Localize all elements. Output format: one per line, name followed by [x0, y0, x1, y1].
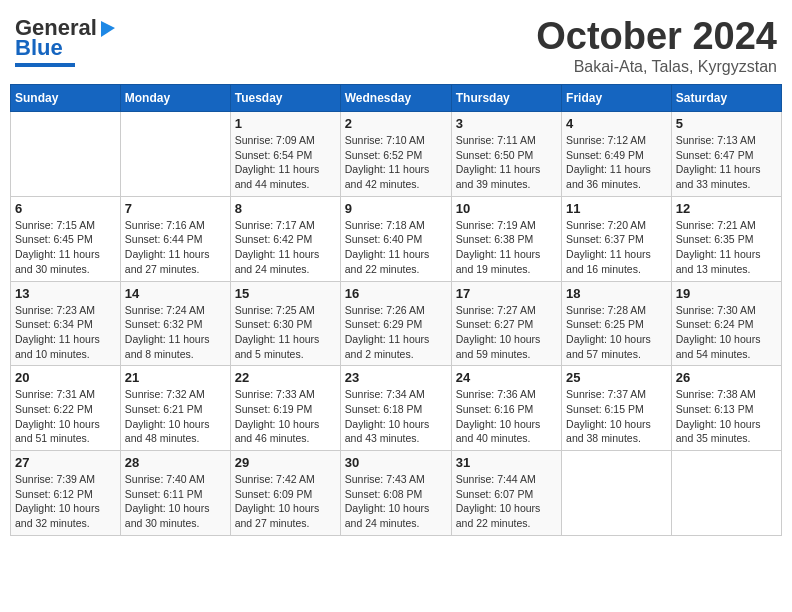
day-header-thursday: Thursday	[451, 85, 561, 112]
day-number: 13	[15, 286, 116, 301]
day-header-saturday: Saturday	[671, 85, 781, 112]
day-info: Sunrise: 7:33 AMSunset: 6:19 PMDaylight:…	[235, 387, 336, 446]
week-row-5: 27 Sunrise: 7:39 AMSunset: 6:12 PMDaylig…	[11, 451, 782, 536]
calendar-cell: 28 Sunrise: 7:40 AMSunset: 6:11 PMDaylig…	[120, 451, 230, 536]
calendar-cell: 31 Sunrise: 7:44 AMSunset: 6:07 PMDaylig…	[451, 451, 561, 536]
calendar-cell: 11 Sunrise: 7:20 AMSunset: 6:37 PMDaylig…	[562, 196, 672, 281]
day-info: Sunrise: 7:13 AMSunset: 6:47 PMDaylight:…	[676, 133, 777, 192]
calendar-cell: 25 Sunrise: 7:37 AMSunset: 6:15 PMDaylig…	[562, 366, 672, 451]
day-info: Sunrise: 7:38 AMSunset: 6:13 PMDaylight:…	[676, 387, 777, 446]
day-info: Sunrise: 7:16 AMSunset: 6:44 PMDaylight:…	[125, 218, 226, 277]
week-row-1: 1 Sunrise: 7:09 AMSunset: 6:54 PMDayligh…	[11, 112, 782, 197]
day-info: Sunrise: 7:37 AMSunset: 6:15 PMDaylight:…	[566, 387, 667, 446]
day-info: Sunrise: 7:32 AMSunset: 6:21 PMDaylight:…	[125, 387, 226, 446]
day-info: Sunrise: 7:28 AMSunset: 6:25 PMDaylight:…	[566, 303, 667, 362]
day-number: 18	[566, 286, 667, 301]
calendar-cell	[120, 112, 230, 197]
calendar-cell	[671, 451, 781, 536]
day-number: 29	[235, 455, 336, 470]
calendar-cell: 9 Sunrise: 7:18 AMSunset: 6:40 PMDayligh…	[340, 196, 451, 281]
day-number: 14	[125, 286, 226, 301]
day-header-wednesday: Wednesday	[340, 85, 451, 112]
day-number: 25	[566, 370, 667, 385]
calendar-cell: 15 Sunrise: 7:25 AMSunset: 6:30 PMDaylig…	[230, 281, 340, 366]
week-row-4: 20 Sunrise: 7:31 AMSunset: 6:22 PMDaylig…	[11, 366, 782, 451]
day-info: Sunrise: 7:40 AMSunset: 6:11 PMDaylight:…	[125, 472, 226, 531]
calendar-cell: 5 Sunrise: 7:13 AMSunset: 6:47 PMDayligh…	[671, 112, 781, 197]
calendar-cell: 17 Sunrise: 7:27 AMSunset: 6:27 PMDaylig…	[451, 281, 561, 366]
day-number: 17	[456, 286, 557, 301]
month-title: October 2024	[536, 15, 777, 58]
day-info: Sunrise: 7:24 AMSunset: 6:32 PMDaylight:…	[125, 303, 226, 362]
calendar-cell: 30 Sunrise: 7:43 AMSunset: 6:08 PMDaylig…	[340, 451, 451, 536]
day-info: Sunrise: 7:10 AMSunset: 6:52 PMDaylight:…	[345, 133, 447, 192]
week-row-2: 6 Sunrise: 7:15 AMSunset: 6:45 PMDayligh…	[11, 196, 782, 281]
day-number: 23	[345, 370, 447, 385]
day-info: Sunrise: 7:31 AMSunset: 6:22 PMDaylight:…	[15, 387, 116, 446]
calendar-header-row: SundayMondayTuesdayWednesdayThursdayFrid…	[11, 85, 782, 112]
logo-arrow-icon	[97, 17, 119, 39]
day-info: Sunrise: 7:11 AMSunset: 6:50 PMDaylight:…	[456, 133, 557, 192]
day-info: Sunrise: 7:43 AMSunset: 6:08 PMDaylight:…	[345, 472, 447, 531]
calendar-cell: 29 Sunrise: 7:42 AMSunset: 6:09 PMDaylig…	[230, 451, 340, 536]
day-number: 3	[456, 116, 557, 131]
logo: General Blue	[15, 15, 119, 67]
day-number: 12	[676, 201, 777, 216]
day-header-friday: Friday	[562, 85, 672, 112]
day-info: Sunrise: 7:17 AMSunset: 6:42 PMDaylight:…	[235, 218, 336, 277]
day-info: Sunrise: 7:39 AMSunset: 6:12 PMDaylight:…	[15, 472, 116, 531]
calendar-cell: 7 Sunrise: 7:16 AMSunset: 6:44 PMDayligh…	[120, 196, 230, 281]
day-info: Sunrise: 7:12 AMSunset: 6:49 PMDaylight:…	[566, 133, 667, 192]
calendar-table: SundayMondayTuesdayWednesdayThursdayFrid…	[10, 84, 782, 536]
day-number: 21	[125, 370, 226, 385]
calendar-cell: 13 Sunrise: 7:23 AMSunset: 6:34 PMDaylig…	[11, 281, 121, 366]
calendar-cell: 16 Sunrise: 7:26 AMSunset: 6:29 PMDaylig…	[340, 281, 451, 366]
day-number: 16	[345, 286, 447, 301]
calendar-cell: 23 Sunrise: 7:34 AMSunset: 6:18 PMDaylig…	[340, 366, 451, 451]
day-number: 6	[15, 201, 116, 216]
calendar-cell: 20 Sunrise: 7:31 AMSunset: 6:22 PMDaylig…	[11, 366, 121, 451]
calendar-cell: 22 Sunrise: 7:33 AMSunset: 6:19 PMDaylig…	[230, 366, 340, 451]
day-info: Sunrise: 7:21 AMSunset: 6:35 PMDaylight:…	[676, 218, 777, 277]
calendar-cell: 24 Sunrise: 7:36 AMSunset: 6:16 PMDaylig…	[451, 366, 561, 451]
day-info: Sunrise: 7:19 AMSunset: 6:38 PMDaylight:…	[456, 218, 557, 277]
calendar-cell: 26 Sunrise: 7:38 AMSunset: 6:13 PMDaylig…	[671, 366, 781, 451]
calendar-cell: 21 Sunrise: 7:32 AMSunset: 6:21 PMDaylig…	[120, 366, 230, 451]
day-header-monday: Monday	[120, 85, 230, 112]
calendar-cell: 27 Sunrise: 7:39 AMSunset: 6:12 PMDaylig…	[11, 451, 121, 536]
day-number: 27	[15, 455, 116, 470]
day-number: 5	[676, 116, 777, 131]
location: Bakai-Ata, Talas, Kyrgyzstan	[536, 58, 777, 76]
day-info: Sunrise: 7:42 AMSunset: 6:09 PMDaylight:…	[235, 472, 336, 531]
day-number: 11	[566, 201, 667, 216]
calendar-cell: 12 Sunrise: 7:21 AMSunset: 6:35 PMDaylig…	[671, 196, 781, 281]
calendar-cell: 1 Sunrise: 7:09 AMSunset: 6:54 PMDayligh…	[230, 112, 340, 197]
svg-marker-0	[101, 21, 115, 37]
day-info: Sunrise: 7:18 AMSunset: 6:40 PMDaylight:…	[345, 218, 447, 277]
day-info: Sunrise: 7:44 AMSunset: 6:07 PMDaylight:…	[456, 472, 557, 531]
day-number: 22	[235, 370, 336, 385]
day-number: 4	[566, 116, 667, 131]
day-number: 24	[456, 370, 557, 385]
day-number: 19	[676, 286, 777, 301]
day-number: 10	[456, 201, 557, 216]
day-number: 2	[345, 116, 447, 131]
day-info: Sunrise: 7:20 AMSunset: 6:37 PMDaylight:…	[566, 218, 667, 277]
day-number: 7	[125, 201, 226, 216]
day-info: Sunrise: 7:30 AMSunset: 6:24 PMDaylight:…	[676, 303, 777, 362]
day-number: 15	[235, 286, 336, 301]
calendar-cell: 3 Sunrise: 7:11 AMSunset: 6:50 PMDayligh…	[451, 112, 561, 197]
calendar-cell: 19 Sunrise: 7:30 AMSunset: 6:24 PMDaylig…	[671, 281, 781, 366]
day-info: Sunrise: 7:27 AMSunset: 6:27 PMDaylight:…	[456, 303, 557, 362]
calendar-cell: 10 Sunrise: 7:19 AMSunset: 6:38 PMDaylig…	[451, 196, 561, 281]
day-number: 8	[235, 201, 336, 216]
title-section: October 2024 Bakai-Ata, Talas, Kyrgyzsta…	[536, 15, 777, 76]
calendar-cell: 2 Sunrise: 7:10 AMSunset: 6:52 PMDayligh…	[340, 112, 451, 197]
day-info: Sunrise: 7:09 AMSunset: 6:54 PMDaylight:…	[235, 133, 336, 192]
day-number: 26	[676, 370, 777, 385]
day-header-sunday: Sunday	[11, 85, 121, 112]
logo-underline	[15, 63, 75, 67]
day-header-tuesday: Tuesday	[230, 85, 340, 112]
day-number: 1	[235, 116, 336, 131]
calendar-cell: 8 Sunrise: 7:17 AMSunset: 6:42 PMDayligh…	[230, 196, 340, 281]
